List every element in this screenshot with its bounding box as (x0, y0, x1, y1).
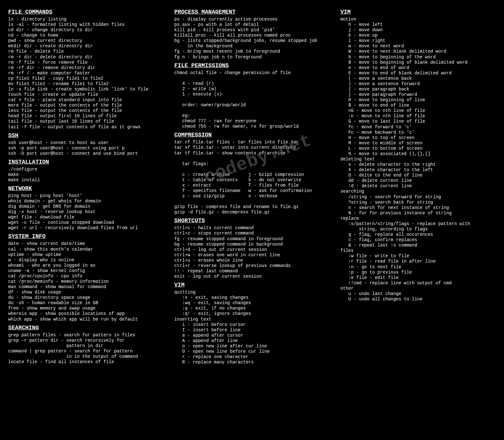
column-2: PROCESS MANAGEMENT ps - display currentl… (174, 7, 329, 368)
heading-compression: COMPRESSION (174, 132, 329, 139)
body-vim-col2: quitting :x - exit, saving changes :wq -… (174, 290, 329, 365)
heading-searching: SEARCHING (8, 325, 163, 332)
heading-vim-col3: VIM (341, 9, 496, 16)
body-installation: ./configure make make install (8, 167, 163, 183)
heading-ssh: SSH (8, 132, 163, 139)
body-file-commands: ls - directory listing ls -al - formatte… (8, 17, 163, 130)
body-searching: grep pattern files - search for pattern … (8, 333, 163, 365)
heading-installation: INSTALLATION (8, 159, 163, 166)
body-ssh: ssh user@host - connet to host as user s… (8, 140, 163, 156)
heading-vim-col2: VIM (174, 282, 329, 289)
heading-permissions: FILE PERMISSIONS (174, 62, 329, 69)
heading-file-commands: FILE COMMANDS (8, 9, 163, 16)
body-shortcuts: ctrl+c - halts current command ctrl+z - … (174, 225, 329, 279)
body-process: ps - display currently active processes … (174, 17, 329, 60)
heading-system-info: SYSTEM INFO (8, 233, 163, 240)
body-compression: tar cf file.tar files - tar files into f… (174, 140, 329, 215)
body-vim-col3: motion h - move left j - move down k - m… (341, 17, 496, 302)
columns-container: FILE COMMANDS ls - directory listing ls … (8, 7, 496, 368)
column-3: VIM motion h - move left j - move down k… (341, 7, 496, 368)
heading-process: PROCESS MANAGEMENT (174, 9, 329, 16)
column-1: FILE COMMANDS ls - directory listing ls … (8, 7, 163, 368)
heading-network: NETWORK (8, 185, 163, 192)
body-network: ping host - ping host 'host' whois domai… (8, 193, 163, 231)
heading-shortcuts: SHORTCUTS (174, 217, 329, 224)
body-permissions: chmod octal file - change permission of … (174, 70, 329, 130)
body-system-info: date - show current date/time cal - show… (8, 241, 163, 322)
